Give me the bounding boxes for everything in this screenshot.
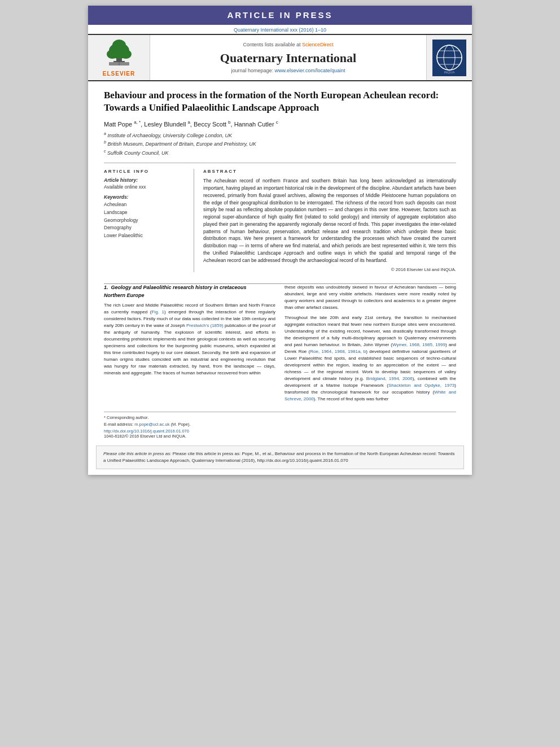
- bridgland-link[interactable]: Bridgland, 1994, 2006: [366, 376, 413, 381]
- issn-line: 1040-6182/© 2016 Elsevier Ltd and INQUA.: [88, 434, 472, 442]
- copyright-line: © 2016 Elsevier Ltd and INQUA.: [203, 267, 456, 272]
- homepage-line: journal homepage: www.elsevier.com/locat…: [231, 68, 345, 73]
- abstract-label: ABSTRACT: [203, 169, 456, 174]
- available-online: Available online xxx: [104, 184, 187, 190]
- roe-link[interactable]: Roe, 1964, 1968, 1981a, b: [310, 349, 366, 354]
- affiliation-a: a Institute of Archaeology, University C…: [104, 131, 456, 140]
- affiliation-c: c Suffolk County Council, UK: [104, 148, 456, 158]
- article-info-col: ARTICLE INFO Article history: Available …: [104, 169, 194, 272]
- journal-cite-text: Quaternary International xxx (2016) 1–10: [234, 27, 326, 33]
- keywords-label: Keywords:: [104, 194, 187, 200]
- history-label: Article history:: [104, 177, 187, 183]
- fig1-link[interactable]: Fig. 1: [151, 309, 164, 314]
- header-right-logo: INQUA: [427, 35, 472, 80]
- elsevier-brand: ELSEVIER: [103, 71, 135, 77]
- homepage-url[interactable]: www.elsevier.com/locate/quaint: [275, 68, 345, 73]
- keyword-5: Lower Palaeolithic: [104, 232, 187, 240]
- body-para-2: these deposits was undoubtedly skewed in…: [285, 284, 456, 311]
- journal-cite: Quaternary International xxx (2016) 1–10: [88, 25, 472, 34]
- body-col-right: these deposits was undoubtedly skewed in…: [285, 284, 456, 406]
- globe-logo-svg: INQUA: [432, 40, 466, 76]
- body-two-col: 1. Geology and Palaeolithic research his…: [88, 284, 472, 412]
- section1-heading: 1. Geology and Palaeolithic research his…: [104, 284, 275, 299]
- affiliation-b: b British Museum, Department of Britain,…: [104, 139, 456, 148]
- keyword-2: Landscape: [104, 209, 187, 217]
- contents-label: Contents lists available at ScienceDirec…: [243, 42, 333, 47]
- elsevier-logo-svg: [97, 38, 142, 69]
- wymer-link[interactable]: Wymer, 1968, 1985, 1999: [392, 342, 445, 347]
- info-abstract-section: ARTICLE INFO Article history: Available …: [104, 163, 456, 272]
- aip-banner: ARTICLE IN PRESS: [88, 6, 472, 25]
- email-link[interactable]: m.pope@ucl.ac.uk: [134, 422, 169, 427]
- main-content: Behaviour and process in the formation o…: [88, 81, 472, 283]
- shackleton-link[interactable]: Shackleton and Opdyke, 1973: [388, 383, 454, 388]
- journal-title-header: Quaternary International: [220, 51, 356, 65]
- elsevier-logo-area: ELSEVIER: [88, 35, 150, 80]
- header-center: Contents lists available at ScienceDirec…: [150, 35, 427, 80]
- svg-point-3: [107, 50, 118, 59]
- abstract-text: The Acheulean record of northern France …: [203, 177, 456, 264]
- body-col-left: 1. Geology and Palaeolithic research his…: [104, 284, 275, 406]
- svg-text:INQUA: INQUA: [444, 71, 454, 74]
- affiliations: a Institute of Archaeology, University C…: [104, 131, 456, 158]
- keyword-3: Geomorphology: [104, 217, 187, 225]
- keyword-4: Demography: [104, 224, 187, 232]
- article-info-label: ARTICLE INFO: [104, 169, 187, 174]
- doi-url[interactable]: http://dx.doi.org/10.1016/j.quaint.2016.…: [104, 429, 189, 434]
- svg-point-4: [120, 50, 132, 59]
- bottom-citation-banner: Please cite this article in press as: Pl…: [96, 445, 464, 469]
- email-note: E-mail address: m.pope@ucl.ac.uk (M. Pop…: [104, 421, 456, 427]
- doi-line: http://dx.doi.org/10.1016/j.quaint.2016.…: [88, 429, 472, 434]
- aip-banner-text: ARTICLE IN PRESS: [227, 10, 333, 20]
- authors-line: Matt Pope a, *, Lesley Blundell a, Beccy…: [104, 120, 456, 128]
- journal-header: ELSEVIER Contents lists available at Sci…: [88, 34, 472, 81]
- body-para-1: The rich Lower and Middle Palaeolithic r…: [104, 302, 275, 377]
- sciencedirect-link[interactable]: ScienceDirect: [302, 42, 334, 47]
- article-title: Behaviour and process in the formation o…: [104, 89, 456, 114]
- keyword-1: Acheulean: [104, 201, 187, 209]
- bottom-citation-text: Please cite this article in press as: Pl…: [103, 451, 457, 464]
- abstract-col: ABSTRACT The Acheulean record of norther…: [203, 169, 456, 272]
- prestwich-link[interactable]: Prestwich's (1859): [186, 323, 224, 328]
- svg-point-5: [112, 40, 126, 51]
- keywords-list: Acheulean Landscape Geomorphology Demogr…: [104, 201, 187, 239]
- body-para-3: Throughout the late 20th and early 21st …: [285, 314, 456, 403]
- footnotes-section: * Corresponding author. E-mail address: …: [104, 412, 456, 427]
- white-link[interactable]: White and Schreve, 2000: [285, 390, 456, 401]
- corresponding-note: * Corresponding author.: [104, 414, 456, 421]
